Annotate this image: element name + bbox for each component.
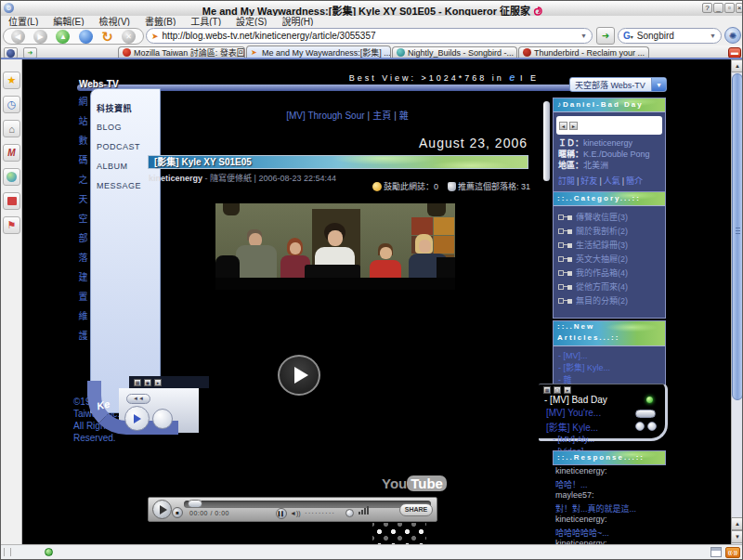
search-dropdown-icon[interactable]: ▼ — [710, 33, 716, 39]
tree-expand-icon[interactable] — [558, 242, 564, 248]
menu-item-blog[interactable]: BLOG — [97, 123, 122, 132]
nav-link-home[interactable]: 主頁 — [372, 111, 391, 121]
tree-expand-icon[interactable] — [558, 228, 564, 234]
back-button[interactable]: ◀ — [11, 30, 25, 44]
article-link[interactable]: - [MV] Aly... — [553, 435, 594, 444]
skin-volume-button[interactable] — [152, 409, 173, 429]
share-button[interactable]: SHARE — [399, 503, 433, 516]
playlist-more-button[interactable] — [635, 410, 656, 418]
playlist-window-button[interactable]: ▦ — [543, 386, 551, 394]
article-link[interactable]: - [MV]... — [554, 350, 665, 362]
link-intro[interactable]: 簡介 — [626, 176, 643, 186]
content-scroll-pill[interactable] — [543, 101, 550, 181]
player-pause-button[interactable]: ▌▌ — [276, 508, 287, 519]
link-subscribe[interactable]: 訂閱 — [558, 176, 575, 186]
progress-bar[interactable] — [184, 501, 431, 508]
response-author[interactable]: kineticenergy: — [555, 466, 607, 475]
scrollbar-thumb[interactable] — [732, 73, 743, 400]
video-play-overlay-button[interactable] — [278, 355, 320, 396]
speaker-icon[interactable]: ◄)) — [290, 510, 301, 516]
category-item[interactable]: 生活紀錄冊(3) — [554, 239, 665, 253]
skin-select-dropdown[interactable]: 天空部落 Webs-TV ▼ — [569, 77, 667, 92]
response-text[interactable]: 哈哈哈哈哈~... — [555, 527, 609, 539]
nav-link-misc[interactable]: 雜 — [399, 111, 409, 121]
category-item[interactable]: 我的作品箱(4) — [554, 267, 665, 280]
search-text[interactable]: Songbird — [637, 31, 674, 41]
skin-play-button[interactable] — [124, 406, 150, 431]
tree-expand-icon[interactable] — [558, 270, 564, 276]
home-folder-icon[interactable]: ⌂ — [3, 120, 20, 137]
playlist-overlay-window[interactable]: ▦ ▢ ▸ - [MV] Bad Day [MV] You're... [影集]… — [539, 384, 668, 441]
volume-slider-knob[interactable] — [345, 509, 354, 517]
video-thumbnail[interactable] — [215, 203, 455, 290]
minimize-button[interactable]: _ — [713, 3, 723, 13]
response-author[interactable]: kineticenergy: — [555, 514, 607, 524]
playlist-item[interactable]: [影集] Kyle... — [546, 420, 598, 434]
scroll-up-button[interactable]: ▲ — [731, 59, 743, 72]
response-text[interactable]: 對！對...真的就是這... — [555, 502, 636, 514]
category-item[interactable]: 英文大抽屜(2) — [554, 253, 665, 267]
playlist-window-button[interactable]: ▸ — [564, 386, 571, 394]
bookmarks-star-icon[interactable]: ★ — [3, 72, 20, 89]
forward-button[interactable]: ▶ — [33, 30, 47, 44]
scroll-up-button-bottom[interactable]: ▲ — [731, 517, 743, 530]
article-category[interactable]: 隨寫便條紙 — [210, 174, 252, 183]
history-clock-icon[interactable]: ◷ — [3, 96, 20, 113]
url-dropdown-icon[interactable]: ▼ — [580, 33, 587, 39]
tab-nightly-builds[interactable]: Nightly_Builds - Songbird -... — [392, 46, 517, 58]
reload-button[interactable]: ↻ — [101, 30, 113, 44]
response-text[interactable]: 哈哈！... — [555, 478, 588, 490]
tab-mozilla-taiwan[interactable]: Mozilla Taiwan 討論區: 發表回覆 — [118, 46, 245, 58]
nav-link-through-sour[interactable]: [MV] Through Sour — [286, 111, 364, 121]
article-link[interactable]: - [影集] Kyle... — [554, 362, 665, 374]
network-globe-icon[interactable] — [3, 168, 20, 186]
stop-button[interactable]: ✕ — [122, 30, 136, 44]
url-bar[interactable]: ➤ http://blog.webs-tv.net/kineticenergy/… — [146, 28, 593, 44]
response-author[interactable]: maylee57: — [555, 490, 594, 500]
tree-expand-icon[interactable] — [558, 215, 564, 220]
menu-item-album[interactable]: ALBUM — [97, 162, 128, 171]
menu-item-podcast[interactable]: PODCAST — [97, 142, 140, 151]
playlist-now-playing[interactable]: - [MV] Bad Day — [544, 395, 607, 405]
tab-me-and-my-waywardness[interactable]: ➤ Me and My Waywardness:[影集] ... — [246, 46, 391, 58]
tree-expand-icon[interactable] — [558, 284, 564, 290]
link-friends[interactable]: 好友 — [580, 176, 597, 186]
up-button[interactable]: ▲ — [56, 30, 70, 44]
search-bar[interactable]: G▾ Songbird ▼ — [618, 28, 722, 44]
tree-expand-icon[interactable] — [558, 298, 564, 304]
bookmarks-m-icon[interactable]: M — [3, 144, 20, 162]
tab-thunderbird[interactable]: Thunderbird - Reclaim your ... — [518, 46, 649, 58]
mini-prev-button[interactable]: ◄ — [559, 122, 567, 130]
google-icon[interactable]: G▾ — [623, 31, 633, 41]
tree-expand-icon[interactable] — [558, 256, 564, 262]
link-popularity[interactable]: 人氣 — [604, 176, 620, 186]
player-stop-button[interactable]: ■ — [172, 507, 183, 518]
help-button[interactable]: ? — [702, 3, 712, 13]
playlist-item[interactable]: [MV] You're... — [546, 408, 601, 418]
recommend-count[interactable]: 31 — [521, 182, 530, 191]
category-item[interactable]: 傳聲收信匣(3) — [554, 211, 665, 225]
url-text[interactable]: http://blog.webs-tv.net/kineticenergy/ar… — [163, 31, 376, 41]
feed-indicator-icon[interactable]: ((·)) — [725, 547, 740, 558]
close-button[interactable]: × — [736, 3, 743, 13]
scroll-down-button[interactable]: ▼ — [731, 530, 743, 543]
author-name[interactable]: kineticenergy — [149, 174, 202, 183]
article-title[interactable]: [影集] Kyle XY S01E05 — [154, 157, 252, 167]
rewind-button[interactable]: ◄◄ — [126, 394, 150, 404]
progress-handle[interactable] — [188, 500, 202, 508]
encourage-count[interactable]: 0 — [434, 182, 438, 191]
playlist-window-button[interactable]: ▢ — [554, 386, 561, 394]
root-folder-icon[interactable] — [3, 192, 20, 210]
chevron-down-icon[interactable]: ▼ — [651, 78, 666, 91]
category-item[interactable]: 從他方而來(4) — [554, 280, 665, 294]
split-view-icon[interactable] — [710, 547, 722, 557]
playlist-stop-button[interactable] — [647, 422, 657, 431]
playlist-edit-button[interactable] — [635, 422, 645, 431]
maximize-button[interactable]: ▫ — [724, 3, 735, 13]
services-flag-icon[interactable]: ⚑ — [3, 216, 20, 234]
menu-item-message[interactable]: MESSAGE — [97, 181, 141, 190]
category-item[interactable]: 關於我剖析(2) — [554, 225, 665, 239]
go-button[interactable]: ➜ — [596, 27, 615, 45]
mini-next-button[interactable]: ► — [569, 122, 578, 130]
home-button[interactable] — [79, 30, 93, 44]
